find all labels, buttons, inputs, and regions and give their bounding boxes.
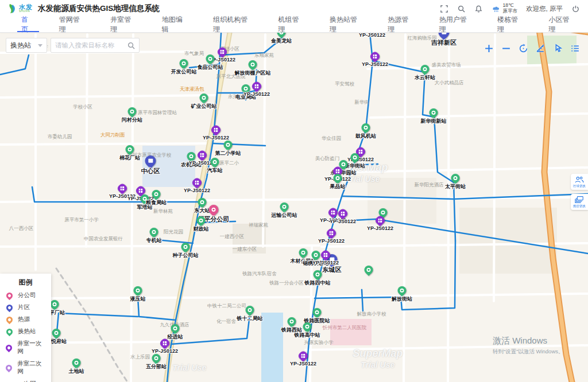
legend-item-井室二次网: 井室二次网 [5, 360, 46, 376]
windows-watermark-line2: 转到“设置”以激活 Windows。 [493, 348, 564, 356]
search-input[interactable] [55, 42, 127, 49]
map-marker-station[interactable] [180, 59, 188, 68]
map-canvas[interactable]: 激活 Windows 转到“设置”以激活 Windows。 原平实验中学市气象局… [0, 0, 588, 382]
map-marker-branch[interactable] [209, 205, 219, 215]
nav-tab-井室管理[interactable]: 井室管理 [98, 17, 149, 32]
layer-list-button[interactable] [569, 42, 581, 54]
map-marker-label: 专机站 [146, 237, 162, 244]
area-switch-button[interactable]: 区域切换 [571, 174, 588, 190]
map-marker-station[interactable] [181, 243, 190, 251]
shuifa-logo-icon [8, 3, 16, 14]
search-icon[interactable] [457, 5, 466, 13]
nav-tab-地图编辑[interactable]: 地图编辑 [150, 17, 201, 32]
map-marker-well1[interactable] [376, 216, 385, 225]
map-marker-well1[interactable] [299, 352, 308, 360]
map-marker-station[interactable] [280, 202, 289, 211]
map-marker-station[interactable] [334, 174, 342, 182]
map-place-label: 原平市园林管理站 [138, 110, 177, 116]
map-marker-well1[interactable] [327, 229, 336, 237]
map-marker-station[interactable] [299, 248, 308, 257]
select-button[interactable] [552, 42, 564, 54]
nav-tab-楼栋管理[interactable]: 楼栋管理 [485, 17, 536, 32]
logout-power-icon[interactable] [571, 5, 580, 13]
map-marker-station[interactable] [246, 306, 254, 314]
nav-tab-机组管理[interactable]: 机组管理 [266, 17, 317, 32]
reset-view-button[interactable] [517, 42, 529, 54]
map-marker-well1[interactable] [198, 151, 207, 159]
map-marker-station[interactable] [249, 60, 257, 69]
map-marker-label: 开发公司站 [171, 68, 197, 76]
map-marker-well1[interactable] [253, 82, 261, 91]
map-marker-well1[interactable] [218, 48, 227, 56]
map-marker-station[interactable] [126, 145, 134, 154]
map-marker-label: YP-JS0122 [290, 361, 316, 367]
map-marker-station[interactable] [171, 324, 180, 333]
map-marker-label: 果品站 [330, 183, 346, 190]
map-place-label: 大同刀削面 [100, 132, 125, 139]
legend-item-label: 一次网 [18, 380, 36, 382]
map-marker-station[interactable] [128, 107, 137, 116]
legend-pin-icon [5, 293, 13, 299]
map-place-label: 市气象局 [184, 50, 204, 57]
search-submit-icon[interactable] [127, 42, 135, 49]
layer-switch-button[interactable]: 图层切换 [571, 194, 588, 210]
map-marker-station[interactable] [200, 93, 208, 102]
map-marker-station[interactable] [152, 190, 161, 198]
nav-tab-热用户管理[interactable]: 热用户管理 [427, 17, 485, 32]
map-marker-station[interactable] [313, 308, 322, 317]
nav-tab-管网管理[interactable]: 管网管理 [47, 17, 98, 32]
map-marker-station[interactable] [52, 329, 61, 337]
map-marker-label: 棉花厂站 [119, 154, 140, 162]
map-marker-station[interactable] [398, 286, 407, 295]
map-marker-station[interactable] [72, 358, 81, 367]
measure-button[interactable] [535, 42, 547, 54]
map-marker-well1[interactable] [193, 178, 202, 187]
map-marker-well1[interactable] [212, 126, 220, 134]
map-marker-station[interactable] [451, 174, 460, 182]
map-marker-station[interactable] [224, 141, 233, 149]
map-place-label: 阳光花园 [164, 229, 183, 236]
map-marker-label: 运输公司站 [272, 212, 297, 219]
nav-tab-热源管理[interactable]: 热源管理 [376, 17, 427, 32]
search-category-select[interactable]: 换热站 [6, 38, 47, 53]
map-marker-station[interactable] [314, 270, 322, 279]
map-marker-station[interactable] [197, 216, 206, 225]
nav-tab-组织机构管理[interactable]: 组织机构管理 [201, 17, 266, 32]
notification-bell-icon[interactable] [474, 5, 483, 13]
map-marker-label: 鼓风机站 [355, 132, 376, 140]
weather-widget: 18℃ 原平市 [492, 3, 518, 14]
map-marker-station[interactable] [312, 251, 320, 259]
zoom-in-button[interactable] [483, 42, 495, 54]
nav-tab-首页[interactable]: 首页 [9, 17, 47, 32]
map-marker-station[interactable] [421, 65, 430, 73]
map-marker-district[interactable] [145, 155, 156, 166]
legend-item-label: 片区 [18, 303, 30, 311]
map-marker-station[interactable] [206, 54, 215, 63]
map-marker-well1[interactable] [161, 339, 169, 348]
map-marker-station[interactable] [288, 317, 296, 326]
nav-tab-换热站管理[interactable]: 换热站管理 [318, 17, 376, 32]
map-marker-well1[interactable] [329, 208, 338, 217]
map-marker-well1[interactable] [339, 209, 347, 218]
logo-text: 水发 SHUIFA [19, 4, 33, 13]
map-marker-station[interactable] [198, 198, 207, 206]
map-marker-well1[interactable] [118, 184, 127, 193]
map-marker-station[interactable] [150, 228, 158, 236]
map-marker-station[interactable] [303, 322, 312, 331]
map-marker-station[interactable] [211, 158, 219, 166]
fullscreen-icon[interactable] [440, 5, 448, 13]
map-place-label: 八一西小区 [9, 225, 34, 232]
map-marker-station[interactable] [134, 286, 142, 295]
map-marker-station[interactable] [362, 123, 370, 132]
map-marker-station[interactable] [351, 153, 359, 162]
nav-tab-小区管理[interactable]: 小区管理 [537, 17, 588, 32]
map-marker-station[interactable] [51, 300, 59, 309]
map-marker-station[interactable] [152, 354, 161, 362]
map-place-label: 兴原实验小学 [304, 340, 334, 346]
zoom-out-button[interactable] [500, 42, 512, 54]
map-marker-station[interactable] [365, 266, 373, 274]
map-marker-station[interactable] [430, 108, 438, 117]
map-marker-well1[interactable] [322, 251, 330, 259]
map-marker-well1[interactable] [371, 52, 380, 61]
map-marker-station[interactable] [187, 152, 196, 161]
